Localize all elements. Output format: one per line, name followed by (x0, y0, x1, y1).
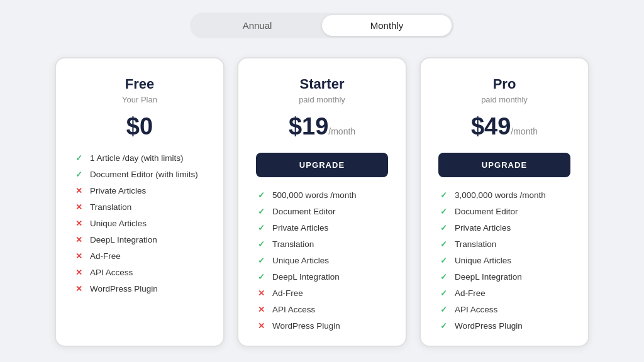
feature-item: ✓ Translation (256, 239, 388, 249)
feature-list: ✓ 3,000,000 words /month ✓ Document Edit… (438, 190, 570, 331)
feature-item: ✕ Private Articles (74, 185, 206, 195)
check-icon: ✓ (256, 190, 266, 200)
feature-item: ✓ Private Articles (438, 222, 570, 233)
feature-text: 1 Article /day (with limits) (90, 153, 184, 163)
feature-text: Unique Articles (455, 256, 511, 265)
plan-name: Free (74, 76, 206, 92)
feature-item: ✓ Document Editor (438, 206, 570, 216)
plan-name: Pro (438, 76, 570, 92)
feature-text: Private Articles (272, 223, 328, 233)
plan-amount: $49 (471, 113, 511, 140)
feature-item: ✓ Unique Articles (438, 255, 570, 265)
feature-item: ✕ WordPress Plugin (74, 283, 206, 293)
annual-toggle-btn[interactable]: Annual (192, 15, 322, 36)
cross-icon: ✕ (74, 267, 84, 277)
feature-text: 500,000 words /month (272, 190, 357, 200)
plan-subtitle: paid monthly (256, 95, 388, 104)
check-icon: ✓ (438, 272, 448, 282)
feature-text: Document Editor (272, 207, 336, 216)
cross-icon: ✕ (74, 185, 84, 195)
feature-item: ✓ Document Editor (with limits) (74, 169, 206, 179)
feature-item: ✕ Unique Articles (74, 218, 206, 228)
feature-item: ✕ API Access (256, 304, 388, 314)
feature-item: ✓ Unique Articles (256, 255, 388, 265)
monthly-toggle-btn[interactable]: Monthly (322, 15, 452, 36)
feature-item: ✕ WordPress Plugin (256, 321, 388, 331)
feature-item: ✓ 3,000,000 words /month (438, 190, 570, 200)
plan-amount: $0 (126, 113, 153, 140)
check-icon: ✓ (74, 169, 84, 179)
feature-item: ✕ API Access (74, 267, 206, 277)
plan-amount: $19 (289, 113, 328, 140)
feature-text: Ad-Free (90, 251, 121, 261)
feature-list: ✓ 500,000 words /month ✓ Document Editor… (256, 190, 388, 331)
plan-card-starter: Starter paid monthly $19/month UPGRADE ✓… (237, 57, 407, 347)
plan-card-free: Free Your Plan $0 ✓ 1 Article /day (with… (55, 57, 225, 347)
feature-item: ✓ Ad-Free (438, 288, 570, 298)
upgrade-btn-pro[interactable]: UPGRADE (438, 153, 570, 177)
feature-list: ✓ 1 Article /day (with limits) ✓ Documen… (74, 153, 206, 293)
upgrade-btn-starter[interactable]: UPGRADE (256, 153, 388, 177)
check-icon: ✓ (438, 288, 448, 298)
feature-text: WordPress Plugin (272, 321, 340, 331)
feature-text: Translation (455, 239, 496, 249)
feature-text: 3,000,000 words /month (455, 190, 546, 200)
feature-item: ✓ WordPress Plugin (438, 321, 570, 331)
plan-name: Starter (256, 76, 388, 92)
cross-icon: ✕ (74, 202, 84, 212)
plan-period: /month (511, 126, 538, 136)
feature-item: ✓ 500,000 words /month (256, 190, 388, 200)
feature-item: ✓ DeepL Integration (438, 272, 570, 282)
feature-text: Ad-Free (455, 288, 486, 298)
check-icon: ✓ (438, 222, 448, 233)
feature-text: Unique Articles (272, 256, 329, 265)
check-icon: ✓ (438, 239, 448, 249)
check-icon: ✓ (256, 239, 266, 249)
cross-icon: ✕ (74, 234, 84, 244)
feature-text: Private Articles (90, 186, 146, 195)
plans-container: Free Your Plan $0 ✓ 1 Article /day (with… (36, 57, 608, 347)
cross-icon: ✕ (256, 288, 266, 298)
feature-text: WordPress Plugin (455, 321, 523, 331)
feature-item: ✓ DeepL Integration (256, 272, 388, 282)
check-icon: ✓ (256, 272, 266, 282)
feature-item: ✕ Translation (74, 202, 206, 212)
feature-text: WordPress Plugin (90, 284, 158, 293)
feature-item: ✕ DeepL Integration (74, 234, 206, 244)
cross-icon: ✕ (256, 321, 266, 331)
feature-text: DeepL Integration (272, 272, 340, 282)
check-icon: ✓ (438, 206, 448, 216)
cross-icon: ✕ (74, 283, 84, 293)
feature-text: Translation (90, 202, 131, 212)
feature-item: ✕ Ad-Free (256, 288, 388, 298)
check-icon: ✓ (256, 206, 266, 216)
plan-price: $49/month (438, 113, 570, 140)
feature-text: API Access (455, 305, 497, 314)
check-icon: ✓ (438, 190, 448, 200)
feature-text: DeepL Integration (90, 235, 157, 244)
plan-price: $19/month (256, 113, 388, 140)
check-icon: ✓ (74, 153, 84, 163)
check-icon: ✓ (256, 255, 266, 265)
check-icon: ✓ (256, 222, 266, 233)
cross-icon: ✕ (256, 304, 266, 314)
feature-text: Unique Articles (90, 219, 147, 228)
plan-subtitle: paid monthly (438, 95, 570, 104)
feature-text: API Access (90, 268, 133, 277)
feature-item: ✓ Private Articles (256, 222, 388, 233)
feature-item: ✓ Document Editor (256, 206, 388, 216)
feature-text: Translation (272, 239, 314, 249)
check-icon: ✓ (438, 321, 448, 331)
plan-subtitle: Your Plan (74, 95, 206, 104)
feature-text: Document Editor (with limits) (90, 170, 198, 179)
feature-item: ✓ API Access (438, 304, 570, 314)
plan-period: /month (328, 126, 355, 136)
plan-card-pro: Pro paid monthly $49/month UPGRADE ✓ 3,0… (419, 57, 589, 347)
cross-icon: ✕ (74, 218, 84, 228)
check-icon: ✓ (438, 304, 448, 314)
feature-item: ✓ Translation (438, 239, 570, 249)
plan-price: $0 (74, 113, 206, 140)
cross-icon: ✕ (74, 251, 84, 261)
feature-text: DeepL Integration (455, 272, 522, 282)
feature-text: API Access (272, 305, 315, 314)
